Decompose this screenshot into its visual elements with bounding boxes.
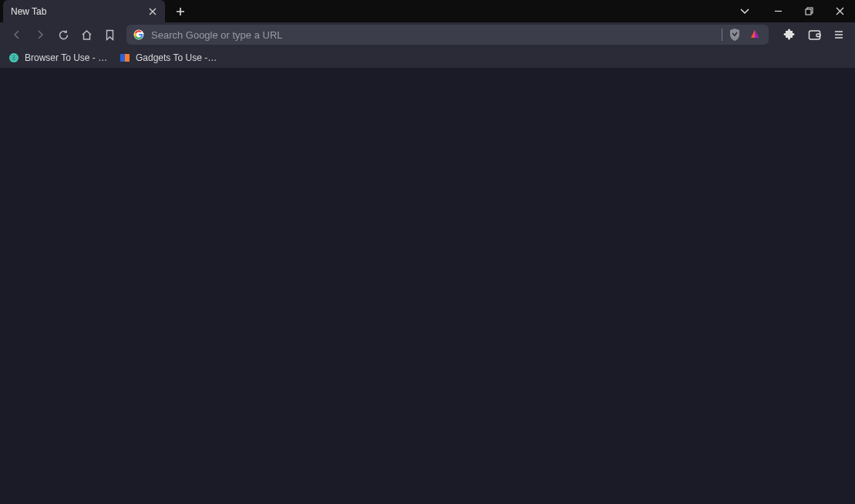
tab-strip: New Tab — [0, 0, 855, 22]
omnibox-separator — [722, 29, 722, 41]
tab-strip-spacer — [191, 0, 732, 22]
tab-title: New Tab — [11, 6, 146, 17]
hamburger-icon — [833, 29, 844, 40]
plus-icon — [176, 7, 185, 16]
chevron-down-icon — [740, 8, 749, 15]
brave-rewards-button[interactable] — [747, 27, 762, 42]
svg-rect-6 — [125, 54, 130, 62]
window-controls — [762, 0, 855, 22]
favicon-icon — [8, 52, 20, 64]
home-icon — [81, 29, 93, 41]
toolbar-right — [779, 25, 849, 45]
arrow-left-icon — [12, 29, 22, 40]
address-bar[interactable] — [126, 25, 769, 45]
wallet-button[interactable] — [804, 25, 824, 45]
svg-rect-2 — [809, 31, 820, 39]
favicon-icon — [119, 52, 131, 64]
toolbar — [0, 22, 855, 47]
extensions-button[interactable] — [779, 25, 799, 45]
puzzle-icon — [783, 29, 796, 41]
new-tab-button[interactable] — [170, 0, 191, 22]
page-content — [0, 69, 855, 504]
close-window-button[interactable] — [824, 0, 855, 22]
brave-rewards-icon — [749, 29, 761, 41]
url-input[interactable] — [151, 29, 720, 41]
reload-icon — [58, 29, 69, 41]
bookmark-label: Gadgets To Use - N... — [136, 52, 219, 63]
bookmark-label: Browser To Use - Br... — [25, 52, 108, 63]
reload-button[interactable] — [52, 24, 74, 45]
close-tab-button[interactable] — [146, 5, 159, 18]
home-button[interactable] — [76, 24, 97, 45]
browser-window: New Tab — [0, 0, 855, 504]
app-menu-button[interactable] — [829, 25, 849, 45]
google-icon — [133, 29, 144, 40]
tab-active[interactable]: New Tab — [3, 0, 165, 22]
minimize-icon — [774, 7, 783, 15]
bookmark-item[interactable]: Browser To Use - Br... — [8, 52, 108, 64]
bookmark-item[interactable]: Gadgets To Use - N... — [119, 52, 219, 64]
maximize-button[interactable] — [793, 0, 824, 22]
search-tabs-button[interactable] — [732, 0, 758, 22]
close-icon — [149, 8, 157, 15]
bookmark-icon — [105, 29, 115, 41]
close-icon — [836, 7, 844, 15]
shield-icon — [729, 28, 741, 42]
svg-rect-0 — [806, 9, 811, 15]
brave-shields-button[interactable] — [727, 27, 742, 42]
search-engine-icon — [133, 29, 145, 41]
wallet-icon — [808, 29, 821, 41]
bookmark-button[interactable] — [99, 24, 120, 45]
forward-button[interactable] — [29, 24, 51, 45]
maximize-icon — [805, 7, 813, 15]
minimize-button[interactable] — [762, 0, 793, 22]
back-button[interactable] — [6, 24, 28, 45]
arrow-right-icon — [35, 29, 45, 40]
bookmarks-bar: Browser To Use - Br... Gadgets To Use - … — [0, 47, 855, 69]
